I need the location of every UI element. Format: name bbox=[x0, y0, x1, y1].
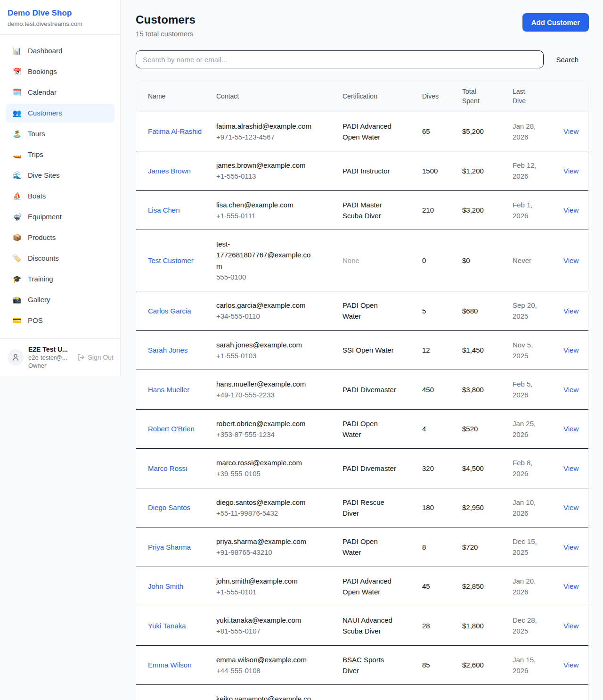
customer-name-link[interactable]: James Brown bbox=[148, 165, 191, 176]
certification-value: PADI Advanced Open Water bbox=[342, 121, 397, 143]
dives-cell: 5 bbox=[422, 291, 462, 331]
sidebar-item-trips[interactable]: 🚤Trips bbox=[6, 145, 114, 164]
sidebar-item-customers[interactable]: 👥Customers bbox=[6, 104, 114, 123]
bar-chart-icon: 📊 bbox=[12, 46, 22, 56]
add-customer-button[interactable]: Add Customer bbox=[522, 13, 589, 32]
total-spent-value: $1,200 bbox=[462, 167, 484, 175]
sidebar-item-training[interactable]: 🎓Training bbox=[6, 270, 114, 288]
sidebar-item-tours[interactable]: 🏝️Tours bbox=[6, 124, 114, 143]
customer-name-link[interactable]: Robert O'Brien bbox=[148, 423, 195, 434]
customer-email: test-1772681807767@example.com bbox=[216, 239, 314, 272]
table-row: Hans Muellerhans.mueller@example.com+49-… bbox=[136, 370, 588, 410]
sidebar-item-boats[interactable]: ⛵Boats bbox=[6, 187, 114, 206]
customer-name-link[interactable]: Lisa Chen bbox=[148, 205, 180, 215]
view-customer-link[interactable]: View bbox=[563, 346, 579, 354]
sidebar-item-equipment[interactable]: 🤿Equipment bbox=[6, 207, 114, 226]
sidebar-item-dashboard[interactable]: 📊Dashboard bbox=[6, 41, 114, 60]
view-customer-link[interactable]: View bbox=[563, 167, 579, 175]
dives-cell: 95 bbox=[422, 685, 462, 700]
table-row: John Smithjohn.smith@example.com+1-555-0… bbox=[136, 567, 588, 606]
total-spent-cell: $1,450 bbox=[462, 330, 513, 370]
customer-name-link[interactable]: Carlos Garcia bbox=[148, 305, 191, 316]
customers-table-card: NameContactCertificationDivesTotal Spent… bbox=[136, 81, 589, 700]
actions-cell: View bbox=[563, 567, 588, 606]
customer-name-link[interactable]: Fatima Al-Rashid bbox=[148, 126, 202, 137]
dives-value: 210 bbox=[422, 206, 434, 214]
calendar-date-icon: 📅 bbox=[12, 67, 22, 76]
search-input[interactable] bbox=[136, 50, 544, 68]
sidebar-item-gallery[interactable]: 📸Gallery bbox=[6, 290, 114, 309]
last-dive-value: Never bbox=[513, 255, 531, 266]
view-customer-link[interactable]: View bbox=[563, 661, 579, 669]
column-header-name: Name bbox=[136, 81, 216, 112]
customer-phone: +1-555-0113 bbox=[216, 171, 338, 181]
view-customer-link[interactable]: View bbox=[563, 582, 579, 590]
table-row: Emma Wilsonemma.wilson@example.com+44-55… bbox=[136, 645, 588, 685]
view-customer-link[interactable]: View bbox=[563, 503, 579, 511]
total-spent-cell: $1,800 bbox=[462, 606, 513, 646]
contact-cell: james.brown@example.com+1-555-0113 bbox=[216, 151, 342, 191]
column-header-dives: Dives bbox=[422, 81, 462, 112]
view-customer-link[interactable]: View bbox=[563, 543, 579, 551]
view-customer-link[interactable]: View bbox=[563, 206, 579, 214]
sidebar-item-bookings[interactable]: 📅Bookings bbox=[6, 62, 114, 81]
sidebar-item-calendar[interactable]: 🗓️Calendar bbox=[6, 83, 114, 102]
certification-value: None bbox=[342, 255, 359, 266]
actions-cell: View bbox=[563, 112, 588, 151]
view-customer-link[interactable]: View bbox=[563, 127, 579, 135]
table-row: Robert O'Brienrobert.obrien@example.com+… bbox=[136, 409, 588, 449]
view-customer-link[interactable]: View bbox=[563, 464, 579, 472]
name-cell: Hans Mueller bbox=[136, 370, 216, 410]
customer-phone: +1-555-0101 bbox=[216, 586, 338, 597]
sidebar-item-label: Calendar bbox=[28, 88, 57, 97]
dives-cell: 85 bbox=[422, 645, 462, 685]
total-spent-cell: $720 bbox=[462, 527, 513, 567]
customer-name-link[interactable]: Yuki Tanaka bbox=[148, 620, 186, 631]
customer-name-link[interactable]: Diego Santos bbox=[148, 502, 190, 513]
view-customer-link[interactable]: View bbox=[563, 307, 579, 315]
page-title-block: Customers 15 total customers bbox=[136, 13, 196, 38]
last-dive-value: Feb 8, 2026 bbox=[513, 457, 542, 479]
dives-cell: 28 bbox=[422, 606, 462, 646]
view-customer-link[interactable]: View bbox=[563, 425, 579, 433]
name-cell: Yuki Tanaka bbox=[136, 606, 216, 646]
sidebar-item-discounts[interactable]: 🏷️Discounts bbox=[6, 249, 114, 268]
sidebar-item-label: Gallery bbox=[28, 295, 50, 305]
dives-cell: 65 bbox=[422, 112, 462, 151]
column-header-contact: Contact bbox=[216, 81, 342, 112]
customer-name-link[interactable]: Test Customer bbox=[148, 255, 194, 266]
name-cell: Sarah Jones bbox=[136, 330, 216, 370]
view-customer-link[interactable]: View bbox=[563, 386, 579, 394]
customer-email: james.brown@example.com bbox=[216, 160, 314, 171]
customer-name-link[interactable]: Marco Rossi bbox=[148, 463, 187, 474]
customer-phone: +353-87-555-1234 bbox=[216, 429, 338, 440]
diving-mask-icon: 🤿 bbox=[12, 212, 22, 222]
name-cell: John Smith bbox=[136, 567, 216, 606]
sidebar-item-products[interactable]: 📦Products bbox=[6, 228, 114, 247]
last-dive-cell: Feb 1, 2026 bbox=[513, 190, 563, 230]
sidebar-item-label: Customers bbox=[28, 108, 62, 118]
total-spent-cell: $5,200 bbox=[462, 112, 513, 151]
customer-name-link[interactable]: Hans Mueller bbox=[148, 384, 189, 395]
customer-name-link[interactable]: Priya Sharma bbox=[148, 542, 191, 552]
last-dive-cell: Jan 15, 2026 bbox=[513, 645, 563, 685]
contact-cell: marco.rossi@example.com+39-555-0105 bbox=[216, 449, 342, 488]
total-spent-value: $1,450 bbox=[462, 346, 484, 354]
certification-value: PADI Open Water bbox=[342, 536, 397, 558]
certification-cell: PADI Divemaster bbox=[342, 370, 422, 410]
view-customer-link[interactable]: View bbox=[563, 256, 579, 264]
table-row: James Brownjames.brown@example.com+1-555… bbox=[136, 151, 588, 191]
customers-table: NameContactCertificationDivesTotal Spent… bbox=[136, 81, 588, 700]
sidebar-item-dive-sites[interactable]: 🌊Dive Sites bbox=[6, 166, 114, 185]
sign-out-button[interactable]: Sign Out bbox=[77, 354, 114, 361]
customer-name-link[interactable]: Sarah Jones bbox=[148, 345, 187, 355]
people-icon: 👥 bbox=[12, 108, 22, 118]
dives-value: 1500 bbox=[422, 167, 438, 175]
view-customer-link[interactable]: View bbox=[563, 622, 579, 630]
customer-name-link[interactable]: Emma Wilson bbox=[148, 659, 192, 670]
actions-cell: View bbox=[563, 291, 588, 331]
wave-icon: 🌊 bbox=[12, 171, 22, 180]
customer-name-link[interactable]: John Smith bbox=[148, 581, 183, 592]
sidebar-item-pos[interactable]: 💳POS bbox=[6, 311, 114, 330]
search-button[interactable]: Search bbox=[544, 56, 589, 64]
